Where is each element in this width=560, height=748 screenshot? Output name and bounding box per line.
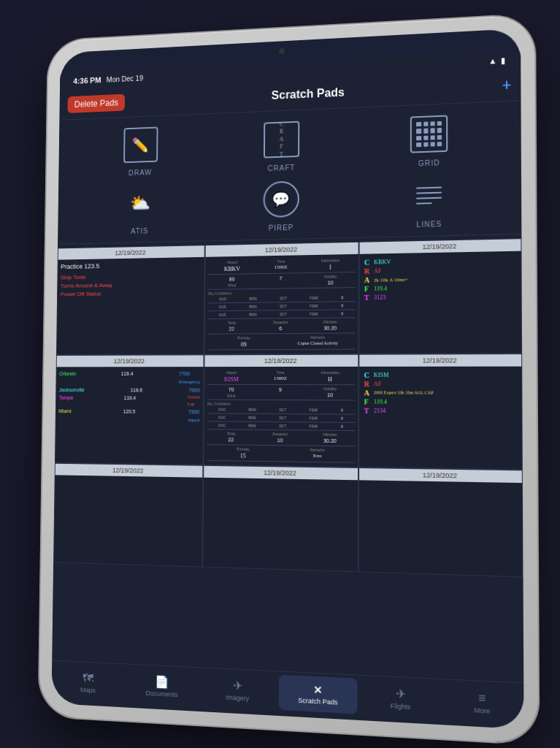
maps-label: Maps [80, 686, 95, 694]
pad-cell-9-content [359, 480, 522, 576]
grid-icon [407, 111, 452, 157]
pad-cell-8[interactable]: 12/19/2022 [202, 465, 358, 572]
lines-label: LINES [416, 220, 442, 229]
delete-pads-button[interactable]: Delete Pads [67, 94, 125, 112]
pad-cell-8-content [202, 478, 357, 571]
pad-cell-6-content: C KISM R AF A 2000 Expe [359, 367, 521, 470]
pad-cell-6-date: 12/19/2022 [359, 354, 521, 367]
tab-documents[interactable]: 📄 Documents [124, 664, 199, 709]
pad-type-craft[interactable]: CRAFT CRAFT [253, 117, 310, 172]
more-icon: ≡ [478, 691, 486, 706]
pad-cell-7[interactable]: 12/19/2022 [53, 463, 203, 568]
device-inner: 4:36 PM Mon Dec 19 ▲ ▮ Delete Pads Scrat… [51, 28, 523, 729]
pad-cell-9[interactable]: 12/19/2022 [358, 468, 523, 577]
pad-type-pirep[interactable]: 💬 PIREP [252, 177, 310, 232]
scratch-pads-icon: ✕ [313, 684, 322, 696]
imagery-label: Imagery [225, 694, 248, 703]
pad-cell-6[interactable]: 12/19/2022 C KISM R AF [358, 354, 522, 470]
tab-flights[interactable]: ✈ Flights [360, 676, 441, 722]
pad-types-row-1: DRAW CRAFT CRAFT [72, 109, 505, 178]
craft-label: CRAFT [267, 164, 295, 172]
pad-types-row-2: ⛅ ATIS 💬 PIREP [71, 171, 506, 237]
atis-label: ATIS [131, 227, 148, 235]
pad-cell-3-content: C KBKV R AF A 2k 10k A [359, 251, 521, 354]
pad-cell-5[interactable]: 12/19/2022 Airport KISM [203, 354, 359, 468]
tab-more[interactable]: ≡ More [441, 679, 523, 726]
tab-imagery[interactable]: ✈ Imagery [199, 668, 275, 712]
pad-cell-4-date: 12/19/2022 [56, 355, 203, 367]
pad-cell-4[interactable]: 12/19/2022 Orlando 119.4 7700Emergency [54, 354, 203, 465]
pirep-label: PIREP [268, 224, 294, 232]
camera [279, 48, 285, 54]
draw-label: DRAW [128, 169, 151, 178]
documents-label: Documents [145, 690, 177, 698]
maps-icon: 🗺 [82, 671, 93, 685]
atis-icon-shape: ⛅ [122, 185, 156, 221]
draw-icon [120, 123, 161, 167]
pad-type-grid[interactable]: GRID [399, 111, 459, 168]
atis-icon: ⛅ [119, 181, 161, 224]
craft-icon-shape: CRAFT [263, 121, 299, 159]
pad-cell-1-content: Practice 123.5 Strip Tools Turns Around … [56, 257, 203, 354]
grid-icon-shape [410, 115, 448, 153]
pirep-icon-shape: 💬 [263, 180, 299, 218]
imagery-icon: ✈ [232, 679, 242, 693]
tab-scratch-pads[interactable]: ✕ Scratch Pads [278, 675, 357, 714]
pad-types-grid: DRAW CRAFT CRAFT [58, 101, 521, 240]
pad-cell-7-content [54, 475, 202, 566]
add-pad-button[interactable]: + [502, 77, 512, 94]
scratch-pads-label: Scratch Pads [298, 696, 337, 706]
pad-cell-4-content: Orlando 119.4 7700Emergency Jacksonville… [55, 367, 202, 465]
wifi-icon: ▲ [488, 56, 496, 66]
pad-type-draw[interactable]: DRAW [112, 123, 168, 178]
pad-3-craft: C KBKV R AF A 2k 10k A [362, 254, 518, 304]
pad-1-text: Practice 123.5 Strip Tools Turns Around … [60, 260, 201, 299]
flights-icon: ✈ [395, 687, 405, 702]
craft-icon: CRAFT [260, 118, 303, 162]
more-label: More [474, 706, 490, 715]
pad-2-atis: Airport KBKV Time 1500Z Info [207, 257, 356, 350]
pad-cell-5-content: Airport KISM Time 1300Z Info [204, 367, 358, 467]
pad-cell-5-date: 12/19/2022 [204, 355, 358, 367]
pad-type-atis[interactable]: ⛅ ATIS [112, 181, 167, 235]
pirep-icon: 💬 [259, 177, 302, 221]
pad-4-text: Orlando 119.4 7700Emergency Jacksonville… [58, 370, 200, 424]
pad-cell-2[interactable]: 12/19/2022 Airport KBKV [204, 242, 359, 355]
pad-type-lines[interactable]: LINES [399, 172, 459, 229]
content-area: DRAW CRAFT CRAFT [51, 101, 523, 729]
scratch-pads-area[interactable]: 12/19/2022 Practice 123.5 Strip Tools Tu… [52, 238, 523, 682]
documents-icon: 📄 [154, 674, 168, 689]
tab-maps[interactable]: 🗺 Maps [51, 661, 125, 705]
pad-cell-2-content: Airport KBKV Time 1500Z Info [204, 254, 358, 354]
battery-icon: ▮ [500, 56, 505, 65]
lines-icon-shape [410, 176, 448, 214]
status-time: 4:36 PM [73, 76, 101, 85]
status-icons: ▲ ▮ [488, 56, 505, 66]
pad-6-craft: C KISM R AF A 2000 Expe [362, 370, 518, 419]
lines-icon [407, 172, 452, 218]
status-date: Mon Dec 19 [106, 74, 142, 83]
ipad-device: 4:36 PM Mon Dec 19 ▲ ▮ Delete Pads Scrat… [39, 15, 538, 744]
pads-list: 12/19/2022 Practice 123.5 Strip Tools Tu… [53, 238, 523, 577]
screen: 4:36 PM Mon Dec 19 ▲ ▮ Delete Pads Scrat… [51, 50, 523, 729]
flights-label: Flights [390, 702, 410, 711]
pad-cell-1[interactable]: 12/19/2022 Practice 123.5 Strip Tools Tu… [55, 245, 204, 355]
pad-5-atis: Airport KISM Time 1300Z Info [206, 370, 355, 463]
draw-icon-shape [123, 127, 157, 164]
grid-label: GRID [418, 159, 440, 167]
pad-cell-3[interactable]: 12/19/2022 C KBKV R AF [358, 238, 521, 354]
